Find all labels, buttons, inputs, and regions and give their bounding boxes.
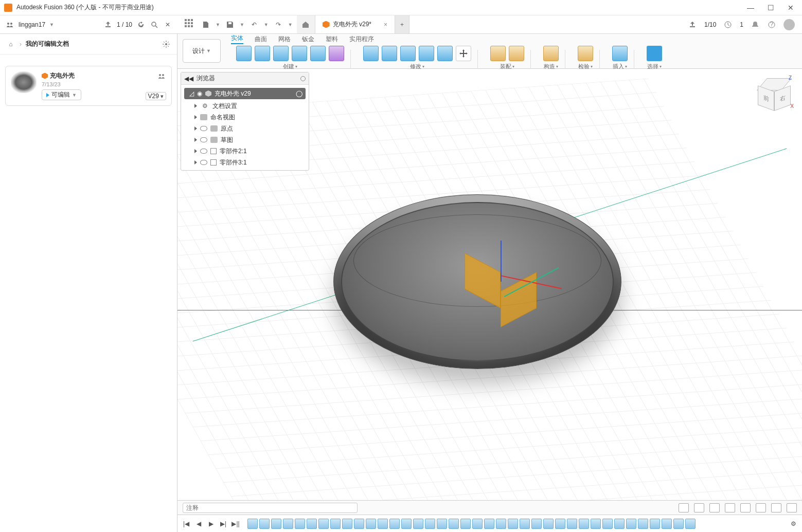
tab-close-icon[interactable]: × bbox=[384, 21, 387, 28]
tree-node-docsettings[interactable]: ⚙文档设置 bbox=[181, 100, 309, 112]
timeline-op[interactable] bbox=[330, 519, 341, 529]
extension-icon[interactable] bbox=[688, 20, 697, 29]
timeline-op[interactable] bbox=[425, 519, 435, 529]
timeline-op[interactable] bbox=[602, 519, 613, 529]
eye-icon[interactable] bbox=[200, 126, 207, 131]
eye-icon[interactable] bbox=[200, 149, 207, 154]
timeline-op[interactable] bbox=[318, 519, 329, 529]
timeline-op[interactable] bbox=[307, 519, 317, 529]
tree-node-comp3[interactable]: 零部件3:1 bbox=[181, 157, 309, 168]
select-icon[interactable] bbox=[647, 46, 662, 61]
timeline-op[interactable] bbox=[650, 519, 660, 529]
model-body[interactable] bbox=[333, 194, 621, 369]
move-icon[interactable] bbox=[456, 46, 471, 61]
timeline-op[interactable] bbox=[614, 519, 625, 529]
timeline-prev[interactable]: ◀ bbox=[194, 519, 203, 528]
timeline-op[interactable] bbox=[460, 519, 471, 529]
tab-plastic[interactable]: 塑料 bbox=[326, 35, 338, 44]
comment-input[interactable] bbox=[183, 503, 358, 513]
eye-icon[interactable] bbox=[200, 137, 207, 142]
help-icon[interactable]: ? bbox=[767, 20, 776, 29]
timeline-op[interactable] bbox=[271, 519, 281, 529]
presspull-icon[interactable] bbox=[363, 46, 379, 61]
timeline-op[interactable] bbox=[401, 519, 412, 529]
people-icon[interactable] bbox=[157, 71, 166, 81]
user-avatar[interactable] bbox=[783, 19, 795, 30]
job-clock-icon[interactable] bbox=[723, 20, 733, 29]
sketch-icon[interactable] bbox=[236, 46, 252, 61]
gear-icon[interactable] bbox=[162, 40, 171, 49]
hole-icon[interactable] bbox=[292, 46, 307, 61]
form-icon[interactable] bbox=[329, 46, 344, 61]
view-cube[interactable]: 前 右 Z X bbox=[758, 78, 791, 111]
chevron-down-icon[interactable]: ▼ bbox=[49, 22, 54, 27]
pan-icon[interactable] bbox=[709, 503, 720, 512]
new-tab-button[interactable]: + bbox=[395, 15, 409, 33]
eye-icon[interactable] bbox=[200, 160, 207, 165]
timeline-op[interactable] bbox=[591, 519, 601, 529]
tree-node-comp2[interactable]: 零部件2:1 bbox=[181, 145, 309, 157]
undo-icon[interactable]: ↶ bbox=[249, 20, 259, 29]
combine-icon[interactable] bbox=[419, 46, 434, 61]
version-tag[interactable]: V29 ▾ bbox=[146, 92, 166, 100]
tab-sheetmetal[interactable]: 钣金 bbox=[302, 35, 314, 44]
timeline-next[interactable]: ▶| bbox=[219, 519, 228, 528]
timeline-last[interactable]: ▶|| bbox=[231, 519, 240, 528]
timeline-op[interactable] bbox=[437, 519, 447, 529]
editable-chip[interactable]: 可编辑 ▼ bbox=[42, 89, 81, 100]
window-minimize-button[interactable]: — bbox=[747, 4, 754, 12]
timeline-op[interactable] bbox=[247, 519, 258, 529]
browser-collapse-icon[interactable]: ◀◀ bbox=[184, 75, 193, 82]
upload-icon[interactable] bbox=[103, 20, 113, 29]
joint-icon[interactable] bbox=[490, 46, 506, 61]
tab-utilities[interactable]: 实用程序 bbox=[349, 35, 374, 44]
timeline-op[interactable] bbox=[626, 519, 636, 529]
timeline-op[interactable] bbox=[366, 519, 376, 529]
timeline-op[interactable] bbox=[354, 519, 364, 529]
timeline-op[interactable] bbox=[342, 519, 352, 529]
measure-icon[interactable] bbox=[578, 46, 593, 61]
tree-root[interactable]: ◿◉ 充电外壳 v29 ◯ bbox=[184, 88, 306, 99]
timeline-op[interactable] bbox=[378, 519, 388, 529]
display-icon[interactable] bbox=[756, 503, 766, 512]
lookat-icon[interactable] bbox=[694, 503, 704, 512]
refresh-icon[interactable] bbox=[136, 20, 146, 29]
timeline-first[interactable]: |◀ bbox=[182, 519, 191, 528]
fillet-icon[interactable] bbox=[382, 46, 397, 61]
construct-plane-icon[interactable] bbox=[543, 46, 559, 61]
shell-icon[interactable] bbox=[400, 46, 416, 61]
timeline-play[interactable]: ▶ bbox=[206, 519, 216, 528]
timeline-op[interactable] bbox=[685, 519, 696, 529]
redo-icon[interactable]: ↷ bbox=[274, 20, 283, 29]
tab-mesh[interactable]: 网格 bbox=[278, 35, 291, 44]
timeline-op[interactable] bbox=[662, 519, 672, 529]
timeline-op[interactable] bbox=[531, 519, 542, 529]
pattern-icon[interactable] bbox=[310, 46, 326, 61]
timeline-settings-icon[interactable]: ⚙ bbox=[789, 519, 798, 528]
timeline-op[interactable] bbox=[543, 519, 554, 529]
zoom-icon[interactable] bbox=[725, 503, 735, 512]
timeline-op[interactable] bbox=[673, 519, 684, 529]
timeline-op[interactable] bbox=[567, 519, 577, 529]
revolve-icon[interactable] bbox=[273, 46, 289, 61]
asbuilt-joint-icon[interactable] bbox=[509, 46, 524, 61]
fit-icon[interactable] bbox=[740, 503, 751, 512]
file-card[interactable]: 充电外壳 7/13/23 可编辑 ▼ V29 ▾ bbox=[5, 66, 172, 106]
window-maximize-button[interactable]: ☐ bbox=[768, 4, 774, 12]
browser-panel[interactable]: ◀◀ 浏览器 ◿◉ 充电外壳 v29 ◯ ⚙文档设置 命名视图 原点 草图 零部 bbox=[181, 72, 309, 171]
canvas[interactable]: ◀◀ 浏览器 ◿◉ 充电外壳 v29 ◯ ⚙文档设置 命名视图 原点 草图 零部 bbox=[177, 69, 802, 532]
new-file-icon[interactable] bbox=[201, 20, 210, 29]
timeline-op[interactable] bbox=[472, 519, 483, 529]
split-icon[interactable] bbox=[437, 46, 453, 61]
window-close-button[interactable]: ✕ bbox=[788, 4, 794, 12]
timeline-op[interactable] bbox=[638, 519, 648, 529]
timeline-op[interactable] bbox=[579, 519, 589, 529]
document-tab[interactable]: 充电外壳 v29* × bbox=[315, 15, 395, 33]
app-grid-icon[interactable] bbox=[185, 19, 196, 30]
search-icon[interactable] bbox=[150, 20, 159, 29]
workspace-switcher[interactable]: 设计 ▼ bbox=[183, 39, 221, 63]
timeline-op[interactable] bbox=[295, 519, 305, 529]
tab-solid[interactable]: 实体 bbox=[231, 34, 243, 44]
team-icon[interactable] bbox=[5, 20, 14, 29]
tree-node-origin[interactable]: 原点 bbox=[181, 123, 309, 134]
